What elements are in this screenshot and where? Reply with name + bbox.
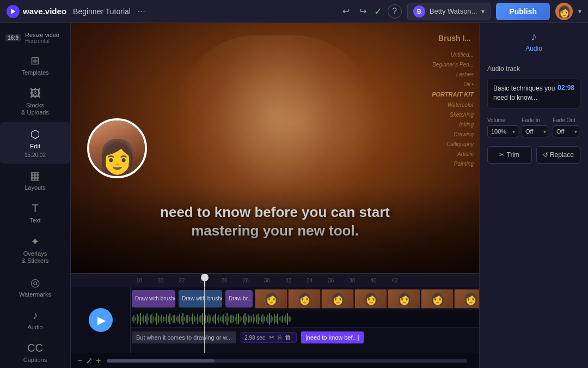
watermarks-label: Watermarks xyxy=(19,291,51,298)
audio-track-card: Basic techniques you need to know... 02:… xyxy=(487,78,580,108)
caption-text-1: But when it comes to drawing or w... xyxy=(136,334,232,341)
thumb-5: 👩 xyxy=(388,289,420,309)
fade-out-control: Fade Out Off 0.5s 1s 2s xyxy=(553,117,580,137)
timeline-tracks[interactable]: Draw with brushes Draw with brushes Draw… xyxy=(131,287,479,353)
sketch-list: Untitled...Beginner's Pen...LashesOil •P… xyxy=(432,50,474,169)
sidebar-item-resize[interactable]: 16:9 Resize video Horizontal xyxy=(0,27,70,49)
audio-waveform xyxy=(131,311,479,327)
audio-track-row xyxy=(131,310,479,328)
replace-button[interactable]: ↺ Replace xyxy=(536,146,581,164)
svg-marker-0 xyxy=(11,9,15,14)
volume-select-wrapper: 100% 50% 75% 125% xyxy=(487,125,518,137)
publish-button[interactable]: Publish xyxy=(496,3,550,20)
volume-control: Volume 100% 50% 75% 125% xyxy=(487,117,518,137)
logo: wave.video xyxy=(7,5,66,18)
zoom-fit-button[interactable]: ⤢ xyxy=(85,355,93,366)
redo-button[interactable]: ↪ xyxy=(357,4,369,19)
playhead-ruler xyxy=(204,274,205,287)
audio-track-name: Basic techniques you need to know... xyxy=(493,84,558,102)
thumb-4: 👩 xyxy=(354,289,387,309)
thumb-1: 👩 xyxy=(255,289,287,309)
clip-duration: 2.98 sec xyxy=(244,335,265,341)
sidebar-item-overlays[interactable]: ✦ Overlays& Stickers xyxy=(0,230,70,270)
clip-draw-brushes-2[interactable]: Draw with brushes xyxy=(179,290,222,307)
ruler-mark-18: 18 xyxy=(136,277,157,283)
caption-chip-highlighted[interactable]: |need to know bef.. | xyxy=(301,331,364,343)
templates-icon: ⊞ xyxy=(30,54,40,67)
panel-content: Audio track Basic techniques you need to… xyxy=(480,57,588,368)
clip-copy-button[interactable]: ⎘ xyxy=(276,334,283,341)
main-layout: 16:9 Resize video Horizontal ⊞ Templates… xyxy=(0,23,588,368)
video-track-row: Draw with brushes Draw with brushes Draw… xyxy=(131,287,479,310)
audio-tab-label[interactable]: Audio xyxy=(525,45,542,52)
ruler-mark-32: 32 xyxy=(285,277,307,283)
ruler-mark-42: 42 xyxy=(392,277,413,283)
video-strip: Draw with brushes Draw with brushes Draw… xyxy=(131,288,479,310)
clip-draw-brushes-1[interactable]: Draw with brushes xyxy=(132,290,175,307)
captions-label: Captions xyxy=(23,357,47,364)
ruler-marks: 18 20 22 24 26 28 30 32 34 36 38 40 42 xyxy=(131,277,419,283)
user-badge[interactable]: B Betty Watson... ▾ xyxy=(407,3,491,20)
sidebar-item-text[interactable]: T Text xyxy=(0,197,70,230)
waveform-bars xyxy=(131,311,292,327)
caption-text-highlighted: |need to know bef.. | xyxy=(305,334,359,341)
sketch-title: Brush I... xyxy=(438,34,471,43)
resize-label: Resize video xyxy=(25,32,59,38)
fade-in-select[interactable]: Off 0.5s 1s 2s xyxy=(522,125,548,137)
volume-label: Volume xyxy=(487,117,518,123)
sidebar-item-audio[interactable]: ♪ Audio xyxy=(0,304,70,336)
layouts-label: Layouts xyxy=(24,184,46,191)
fade-in-label: Fade In xyxy=(522,117,549,123)
clip-draw-brushes-3[interactable]: Draw br... xyxy=(225,290,253,307)
video-avatar: 👩 xyxy=(87,118,147,178)
trim-button[interactable]: ✂ Trim xyxy=(487,146,532,164)
help-button[interactable]: ? xyxy=(388,4,402,19)
user-avatar-small: B xyxy=(413,5,425,17)
text-icon: T xyxy=(32,202,38,215)
more-options-button[interactable]: ··· xyxy=(137,5,145,17)
timeline-play-button[interactable]: ▶ xyxy=(89,308,113,332)
video-frame: Brush I... Untitled...Beginner's Pen...L… xyxy=(71,23,479,273)
audio-controls: Volume 100% 50% 75% 125% Fade In xyxy=(487,117,580,137)
fade-out-select[interactable]: Off 0.5s 1s 2s xyxy=(553,125,579,137)
profile-avatar[interactable]: 👩 xyxy=(555,3,573,20)
audio-section-title: Audio track xyxy=(487,65,580,73)
sidebar-item-templates[interactable]: ⊞ Templates xyxy=(0,49,70,82)
watermarks-icon: ◎ xyxy=(30,276,40,289)
resize-sublabel: Horizontal xyxy=(25,38,59,44)
fade-out-select-wrapper: Off 0.5s 1s 2s xyxy=(553,125,580,137)
timeline-bottom: − ⤢ + xyxy=(71,353,479,368)
ruler-mark-20: 20 xyxy=(157,277,179,283)
topbar-actions: ↩ ↪ ✓ ? B Betty Watson... ▾ Publish 👩 ▾ xyxy=(340,3,581,20)
audio-track-duration: 02:98 xyxy=(558,84,574,92)
clip-delete-button[interactable]: 🗑 xyxy=(283,334,293,341)
fade-in-control: Fade In Off 0.5s 1s 2s xyxy=(522,117,549,137)
sidebar-item-edit[interactable]: ⬡ Edit 15:20.02 xyxy=(0,122,70,164)
timeline-scrollbar[interactable] xyxy=(107,359,467,363)
caption-chip-1[interactable]: But when it comes to drawing or w... xyxy=(132,331,236,343)
stocks-label: Stocks& Uploads xyxy=(21,102,49,116)
sidebar-item-watermarks[interactable]: ◎ Watermarks xyxy=(0,270,70,304)
video-area: Brush I... Untitled...Beginner's Pen...L… xyxy=(71,23,479,368)
captions-icon: CC xyxy=(27,342,43,354)
sidebar-item-stocks[interactable]: 🖼 Stocks& Uploads xyxy=(0,82,70,122)
fade-out-label: Fade Out xyxy=(553,117,580,123)
undo-button[interactable]: ↩ xyxy=(340,4,352,19)
logo-text: wave.video xyxy=(23,7,66,16)
thumb-2: 👩 xyxy=(288,289,321,309)
ruler-mark-26: 26 xyxy=(222,277,243,283)
zoom-out-button[interactable]: − xyxy=(77,356,82,366)
project-name[interactable]: Beginner Tutorial xyxy=(73,7,131,16)
video-thumbnails: 👩 👩 👩 👩 👩 👩 👩 👩 👩 xyxy=(255,289,479,309)
sidebar-item-captions[interactable]: CC Captions xyxy=(0,336,70,368)
clip-cut-button[interactable]: ✂ xyxy=(267,334,276,341)
user-name: Betty Watson... xyxy=(430,7,477,15)
volume-select[interactable]: 100% 50% 75% 125% xyxy=(487,125,518,137)
timeline-content: ▶ Draw with brushes Draw with brushes Dr… xyxy=(71,287,479,353)
ruler-mark-36: 36 xyxy=(328,277,349,283)
zoom-in-button[interactable]: + xyxy=(96,356,101,366)
ruler-mark-30: 30 xyxy=(264,277,285,283)
templates-label: Templates xyxy=(21,69,48,76)
sidebar-item-layouts[interactable]: ▦ Layouts xyxy=(0,164,70,197)
overlays-icon: ✦ xyxy=(30,235,40,248)
